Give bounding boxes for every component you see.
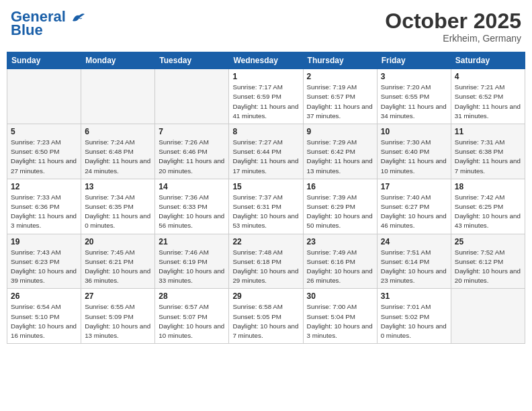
day-number: 13	[85, 182, 151, 191]
calendar-cell: 28Sunrise: 6:57 AMSunset: 5:07 PMDayligh…	[155, 289, 229, 344]
day-info: Sunrise: 6:55 AMSunset: 5:09 PMDaylight:…	[85, 302, 151, 340]
day-info: Sunrise: 7:52 AMSunset: 6:12 PMDaylight:…	[455, 248, 521, 286]
day-number: 4	[455, 72, 521, 81]
day-number: 25	[455, 237, 521, 246]
day-info: Sunrise: 7:23 AMSunset: 6:50 PMDaylight:…	[11, 138, 77, 176]
calendar-cell: 3Sunrise: 7:20 AMSunset: 6:55 PMDaylight…	[377, 69, 451, 124]
calendar-cell: 16Sunrise: 7:39 AMSunset: 6:29 PMDayligh…	[303, 179, 377, 234]
day-number: 2	[307, 72, 373, 81]
calendar-cell: 13Sunrise: 7:34 AMSunset: 6:35 PMDayligh…	[81, 179, 155, 234]
day-info: Sunrise: 7:20 AMSunset: 6:55 PMDaylight:…	[381, 83, 447, 121]
logo-bird-icon	[71, 11, 86, 24]
calendar-cell	[451, 289, 525, 344]
day-info: Sunrise: 7:39 AMSunset: 6:29 PMDaylight:…	[307, 193, 373, 231]
calendar-cell: 25Sunrise: 7:52 AMSunset: 6:12 PMDayligh…	[451, 234, 525, 289]
logo: General Blue	[11, 9, 86, 38]
day-number: 20	[85, 237, 151, 246]
calendar-cell: 14Sunrise: 7:36 AMSunset: 6:33 PMDayligh…	[155, 179, 229, 234]
day-info: Sunrise: 7:21 AMSunset: 6:52 PMDaylight:…	[455, 83, 521, 121]
day-number: 27	[85, 291, 151, 301]
day-number: 21	[159, 237, 225, 246]
day-info: Sunrise: 7:26 AMSunset: 6:46 PMDaylight:…	[159, 138, 225, 176]
day-number: 30	[307, 291, 373, 301]
day-number: 3	[381, 72, 447, 81]
day-number: 10	[381, 127, 447, 136]
calendar-week-row: 12Sunrise: 7:33 AMSunset: 6:36 PMDayligh…	[7, 179, 525, 234]
calendar-week-row: 26Sunrise: 6:54 AMSunset: 5:10 PMDayligh…	[7, 289, 525, 344]
day-info: Sunrise: 7:48 AMSunset: 6:18 PMDaylight:…	[232, 248, 299, 286]
day-number: 7	[159, 127, 225, 136]
day-info: Sunrise: 7:42 AMSunset: 6:25 PMDaylight:…	[455, 193, 521, 231]
day-number: 15	[232, 182, 299, 191]
calendar-cell: 29Sunrise: 6:58 AMSunset: 5:05 PMDayligh…	[229, 289, 303, 344]
calendar-table: SundayMondayTuesdayWednesdayThursdayFrid…	[7, 52, 525, 344]
day-info: Sunrise: 7:27 AMSunset: 6:44 PMDaylight:…	[232, 138, 299, 176]
weekday-header-saturday: Saturday	[451, 52, 525, 69]
calendar-cell	[7, 69, 81, 124]
calendar-cell: 31Sunrise: 7:01 AMSunset: 5:02 PMDayligh…	[377, 289, 451, 344]
day-number: 6	[85, 127, 151, 136]
day-info: Sunrise: 7:34 AMSunset: 6:35 PMDaylight:…	[85, 193, 151, 231]
calendar-week-row: 1Sunrise: 7:17 AMSunset: 6:59 PMDaylight…	[7, 69, 525, 124]
day-info: Sunrise: 7:00 AMSunset: 5:04 PMDaylight:…	[307, 302, 373, 340]
calendar-cell	[81, 69, 155, 124]
day-info: Sunrise: 7:36 AMSunset: 6:33 PMDaylight:…	[159, 193, 225, 231]
weekday-header-thursday: Thursday	[303, 52, 377, 69]
day-number: 26	[11, 291, 77, 301]
day-info: Sunrise: 6:58 AMSunset: 5:05 PMDaylight:…	[232, 302, 299, 340]
calendar-cell: 9Sunrise: 7:29 AMSunset: 6:42 PMDaylight…	[303, 124, 377, 179]
day-info: Sunrise: 7:24 AMSunset: 6:48 PMDaylight:…	[85, 138, 151, 176]
day-number: 11	[455, 127, 521, 136]
weekday-header-friday: Friday	[377, 52, 451, 69]
calendar-cell: 6Sunrise: 7:24 AMSunset: 6:48 PMDaylight…	[81, 124, 155, 179]
weekday-header-wednesday: Wednesday	[229, 52, 303, 69]
day-number: 5	[11, 127, 77, 136]
calendar-cell: 1Sunrise: 7:17 AMSunset: 6:59 PMDaylight…	[229, 69, 303, 124]
day-number: 28	[159, 291, 225, 301]
day-info: Sunrise: 7:17 AMSunset: 6:59 PMDaylight:…	[232, 83, 299, 121]
weekday-header-tuesday: Tuesday	[155, 52, 229, 69]
day-info: Sunrise: 7:40 AMSunset: 6:27 PMDaylight:…	[381, 193, 447, 231]
day-info: Sunrise: 7:46 AMSunset: 6:19 PMDaylight:…	[159, 248, 225, 286]
calendar-cell: 12Sunrise: 7:33 AMSunset: 6:36 PMDayligh…	[7, 179, 81, 234]
day-number: 14	[159, 182, 225, 191]
day-info: Sunrise: 7:43 AMSunset: 6:23 PMDaylight:…	[11, 248, 77, 286]
day-number: 12	[11, 182, 77, 191]
calendar-cell: 4Sunrise: 7:21 AMSunset: 6:52 PMDaylight…	[451, 69, 525, 124]
day-number: 8	[232, 127, 299, 136]
calendar-cell: 17Sunrise: 7:40 AMSunset: 6:27 PMDayligh…	[377, 179, 451, 234]
day-number: 9	[307, 127, 373, 136]
day-info: Sunrise: 7:51 AMSunset: 6:14 PMDaylight:…	[381, 248, 447, 286]
calendar-cell: 22Sunrise: 7:48 AMSunset: 6:18 PMDayligh…	[229, 234, 303, 289]
page-header: General Blue October 2025 Erkheim, Germa…	[7, 7, 525, 46]
calendar-cell	[155, 69, 229, 124]
day-info: Sunrise: 7:45 AMSunset: 6:21 PMDaylight:…	[85, 248, 151, 286]
day-info: Sunrise: 7:37 AMSunset: 6:31 PMDaylight:…	[232, 193, 299, 231]
calendar-cell: 7Sunrise: 7:26 AMSunset: 6:46 PMDaylight…	[155, 124, 229, 179]
calendar-cell: 10Sunrise: 7:30 AMSunset: 6:40 PMDayligh…	[377, 124, 451, 179]
calendar-cell: 30Sunrise: 7:00 AMSunset: 5:04 PMDayligh…	[303, 289, 377, 344]
day-number: 1	[232, 72, 299, 81]
day-info: Sunrise: 7:19 AMSunset: 6:57 PMDaylight:…	[307, 83, 373, 121]
day-number: 22	[232, 237, 299, 246]
day-number: 23	[307, 237, 373, 246]
calendar-cell: 11Sunrise: 7:31 AMSunset: 6:38 PMDayligh…	[451, 124, 525, 179]
calendar-cell: 2Sunrise: 7:19 AMSunset: 6:57 PMDaylight…	[303, 69, 377, 124]
location-text: Erkheim, Germany	[385, 33, 521, 44]
day-number: 19	[11, 237, 77, 246]
day-info: Sunrise: 7:29 AMSunset: 6:42 PMDaylight:…	[307, 138, 373, 176]
calendar-cell: 15Sunrise: 7:37 AMSunset: 6:31 PMDayligh…	[229, 179, 303, 234]
day-number: 24	[381, 237, 447, 246]
day-info: Sunrise: 6:54 AMSunset: 5:10 PMDaylight:…	[11, 302, 77, 340]
month-title: October 2025	[385, 9, 521, 33]
day-number: 16	[307, 182, 373, 191]
title-block: October 2025 Erkheim, Germany	[385, 9, 521, 44]
day-info: Sunrise: 7:33 AMSunset: 6:36 PMDaylight:…	[11, 193, 77, 231]
day-number: 31	[381, 291, 447, 301]
weekday-header-row: SundayMondayTuesdayWednesdayThursdayFrid…	[7, 52, 525, 69]
calendar-cell: 20Sunrise: 7:45 AMSunset: 6:21 PMDayligh…	[81, 234, 155, 289]
day-info: Sunrise: 6:57 AMSunset: 5:07 PMDaylight:…	[159, 302, 225, 340]
calendar-cell: 27Sunrise: 6:55 AMSunset: 5:09 PMDayligh…	[81, 289, 155, 344]
weekday-header-sunday: Sunday	[7, 52, 81, 69]
calendar-week-row: 19Sunrise: 7:43 AMSunset: 6:23 PMDayligh…	[7, 234, 525, 289]
